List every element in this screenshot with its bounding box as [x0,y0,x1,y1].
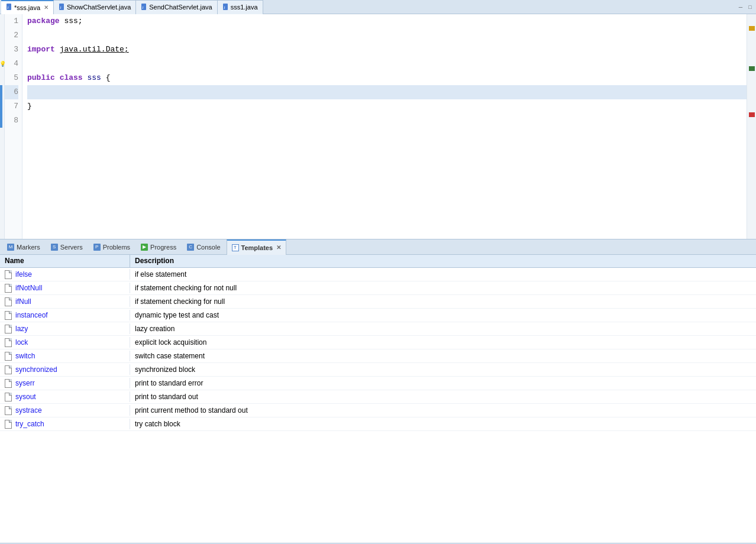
col-header-name[interactable]: Name [0,255,130,267]
template-row-systrace[interactable]: systrace print current method to standar… [0,404,756,417]
bottom-panel: M Markers S Servers P Problems ▶ Progres… [0,239,756,544]
template-name-instanceof: instanceof [0,310,130,320]
code-line-3: import java.util.Date; [27,43,747,57]
template-name-text: instanceof [15,311,48,319]
template-name-text: ifNull [15,297,31,306]
template-desc-syserr: print to standard error [130,378,756,388]
template-file-icon [5,379,12,387]
template-name-ifnotnull: ifNotNull [0,283,130,293]
panel-tab-servers[interactable]: S Servers [46,239,88,255]
line-num-4: 4 [5,57,18,71]
panel-tab-problems[interactable]: P Problems [89,239,135,255]
template-name-text: lazy [15,325,28,333]
tab-label: sss1.java [231,4,258,11]
template-name-lazy: lazy [0,323,130,334]
marker-warning [749,26,755,31]
panel-tab-markers[interactable]: M Markers [2,239,45,255]
template-name-text: ifelse [15,270,32,279]
line-numbers: 1 2 3 4 5 6 7 8 [5,14,22,239]
svg-text:J: J [7,5,9,10]
code-line-1: package sss; [27,14,747,28]
panel-tab-templates[interactable]: T Templates ✕ [227,239,287,255]
template-row-ifelse[interactable]: ifelse if else statement [0,268,756,281]
marker-error [749,112,755,117]
template-file-icon [5,297,12,306]
editor-tab-bar: J *sss.java ✕ J ShowChatServlet.java J S… [0,0,756,14]
template-desc-ifelse: if else statement [130,269,756,280]
right-markers [747,14,756,239]
code-line-4 [27,57,747,71]
template-name-text: sysout [15,393,36,401]
keyword-class: class [60,72,83,84]
templates-icon: T [232,244,239,251]
template-name-sysout: sysout [0,391,130,402]
panel-tab-console[interactable]: C Console [182,239,225,255]
template-desc-systrace: print current method to standard out [130,405,756,416]
tab-sss-java[interactable]: J *sss.java ✕ [1,0,54,14]
tab-show-chat-servlet[interactable]: J ShowChatServlet.java [54,0,136,14]
minimize-icon[interactable]: ─ [737,4,744,11]
template-file-icon [5,393,12,401]
template-name-lock: lock [0,337,130,348]
panel-tab-console-label: Console [196,244,220,251]
blue-bar-marker [0,85,2,128]
template-row-try-catch[interactable]: try_catch try catch block [0,417,756,431]
template-file-icon [5,270,12,279]
template-row-switch[interactable]: switch switch case statement [0,349,756,363]
template-name-synchronized: synchronized [0,364,130,375]
template-row-lazy[interactable]: lazy lazy creation [0,322,756,336]
templates-tab-close-icon[interactable]: ✕ [276,244,281,251]
template-row-ifnotnull[interactable]: ifNotNull if statement checking for not … [0,281,756,295]
template-row-instanceof[interactable]: instanceof dynamic type test and cast [0,309,756,322]
template-desc-try-catch: try catch block [130,419,756,429]
restore-icon[interactable]: □ [747,4,754,11]
panel-tab-bar: M Markers S Servers P Problems ▶ Progres… [0,239,756,255]
import-path: java.util.Date; [60,44,129,56]
template-name-ifnull: ifNull [0,296,130,307]
svg-text:J: J [224,5,225,10]
template-name-try-catch: try_catch [0,419,130,429]
templates-header: Name Description [0,255,756,268]
svg-text:J: J [142,5,144,10]
template-name-text: syserr [15,379,35,387]
keyword-public: public [27,72,55,84]
panel-tab-templates-label: Templates [241,244,273,251]
line-num-7: 7 [5,99,18,114]
code-line-5: public class sss { [27,71,747,85]
col-header-description: Description [130,255,756,267]
template-name-text: try_catch [15,420,44,428]
template-name-text: synchronized [15,365,57,374]
code-content[interactable]: package sss; import java.util.Date; publ… [22,14,747,239]
line-num-1: 1 [5,14,18,28]
code-line-2 [27,28,747,43]
tab-close-icon[interactable]: ✕ [44,4,49,11]
panel-tab-progress-label: Progress [150,244,176,251]
line-num-5: 5 [5,71,18,85]
tab-sss1-java[interactable]: J sss1.java [218,0,263,14]
template-row-synchronized[interactable]: synchronized synchronized block [0,363,756,377]
template-row-sysout[interactable]: sysout print to standard out [0,390,756,404]
template-desc-switch: switch case statement [130,351,756,361]
template-desc-synchronized: synchronized block [130,364,756,375]
template-name-ifelse: ifelse [0,269,130,280]
left-gutter: 💡 [0,14,5,239]
template-desc-ifnotnull: if statement checking for not null [130,283,756,293]
tab-label: ShowChatServlet.java [67,4,131,11]
marker-ok [749,66,755,71]
progress-icon: ▶ [141,244,148,251]
code-editor[interactable]: 💡 1 2 3 4 5 6 7 8 package sss; import ja… [0,14,756,239]
line-num-6: 6 [5,85,18,99]
tab-send-chat-servlet[interactable]: J SendChatServlet.java [136,0,217,14]
open-brace: { [106,72,111,84]
markers-icon: M [7,244,14,251]
template-name-text: switch [15,352,35,360]
code-line-7: } [27,99,747,114]
code-line-8 [27,114,747,128]
panel-tab-progress[interactable]: ▶ Progress [136,239,181,255]
template-row-syserr[interactable]: syserr print to standard error [0,377,756,390]
template-row-lock[interactable]: lock explicit lock acquisition [0,336,756,349]
tab-label: SendChatServlet.java [149,4,212,11]
lightbulb-marker: 💡 [0,57,5,71]
template-row-ifnull[interactable]: ifNull if statement checking for null [0,295,756,309]
template-desc-ifnull: if statement checking for null [130,296,756,307]
